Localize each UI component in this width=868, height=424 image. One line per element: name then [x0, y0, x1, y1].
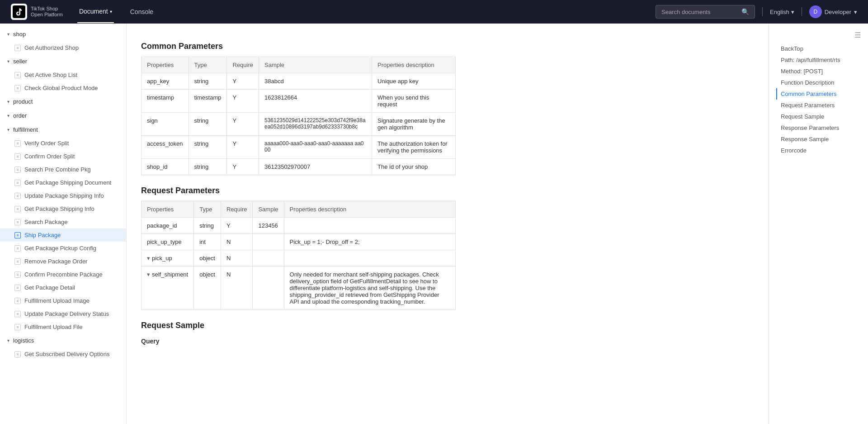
cell-type: string [189, 73, 227, 90]
search-icon: 🔍 [741, 8, 749, 15]
sidebar-group-seller[interactable]: ▾ seller [0, 54, 126, 68]
table-row: ▾self_shipment object N Only needed for … [142, 267, 456, 310]
request-sample-title: Request Sample [141, 321, 456, 330]
content-inner: Common Parameters Properties Type Requir… [127, 24, 470, 356]
sidebar-item-fulfillment-upload-file[interactable]: ≡ Fulfillment Upload File [0, 320, 126, 333]
doc-icon: ≡ [14, 85, 21, 91]
cell-type: int [194, 234, 221, 250]
doc-icon: ≡ [14, 193, 21, 199]
sidebar-item-search-pre-combine-pkg[interactable]: ≡ Search Pre Combine Pkg [0, 163, 126, 176]
sidebar-section-fulfillment: ▾ fulfillment ≡ Verify Order Split ≡ Con… [0, 123, 126, 333]
sidebar-item-get-subscribed-delivery-options[interactable]: ≡ Get Subscribed Delivery Options [0, 348, 126, 361]
sidebar-item-update-package-shipping-info[interactable]: ≡ Update Package Shipping Info [0, 189, 126, 202]
sidebar-item-update-package-delivery-status[interactable]: ≡ Update Package Delivery Status [0, 307, 126, 320]
col-description: Properties description [372, 57, 456, 73]
toc-item-errorcode[interactable]: Errorcode [776, 145, 861, 156]
user-menu[interactable]: D Developer ▾ [809, 5, 857, 18]
doc-icon: ≡ [14, 258, 21, 265]
doc-icon: ≡ [14, 311, 21, 317]
sidebar-section-product: ▾ product [0, 95, 126, 109]
doc-icon: ≡ [14, 351, 21, 357]
cell-type: object [194, 250, 221, 267]
cell-require: Y [221, 218, 253, 234]
col-type: Type [189, 57, 227, 73]
toc-item-method[interactable]: Method: [POST] [776, 66, 861, 77]
sidebar-group-product[interactable]: ▾ product [0, 95, 126, 109]
toc-item-backtop[interactable]: BackTop [776, 43, 861, 54]
search-box[interactable]: 🔍 [656, 5, 755, 19]
sidebar-item-verify-order-split[interactable]: ≡ Verify Order Split [0, 137, 126, 150]
toc-item-function-description[interactable]: Function Description [776, 77, 861, 88]
toc-menu-icon: ☰ [854, 31, 861, 39]
sidebar-item-confirm-precombine-package[interactable]: ≡ Confirm Precombine Package [0, 268, 126, 281]
cell-properties: access_token [142, 136, 189, 159]
doc-icon: ≡ [14, 140, 21, 147]
search-input[interactable] [661, 9, 738, 15]
sidebar-item-get-package-shipping-info[interactable]: ≡ Get Package Shipping Info [0, 202, 126, 215]
nav-console[interactable]: Console [128, 1, 155, 23]
sidebar-item-search-package[interactable]: ≡ Search Package [0, 215, 126, 229]
sidebar-group-order[interactable]: ▾ order [0, 109, 126, 123]
toc-item-response-parameters[interactable]: Response Parameters [776, 122, 861, 133]
cell-description [284, 250, 455, 267]
toc-item-request-parameters[interactable]: Request Parameters [776, 100, 861, 111]
sidebar-item-get-package-pickup-config[interactable]: ≡ Get Package Pickup Config [0, 242, 126, 255]
cell-properties: ▾pick_up [142, 250, 194, 267]
cell-description: Pick_up = 1;- Drop_off = 2; [284, 234, 455, 250]
cell-sample: 123456 [253, 218, 284, 234]
toc: . ☰ BackTop Path: /api/fulfillment/rts M… [769, 24, 868, 424]
chevron-down-icon: ▾ [791, 9, 794, 15]
logo-text: TikTok Shop Open Platform [31, 6, 63, 18]
doc-icon: ≡ [14, 272, 21, 278]
collapse-arrow-icon: ▾ [7, 338, 9, 343]
sidebar-section-shop: ▾ shop ≡ Get Authorized Shop [0, 27, 126, 54]
svg-rect-0 [13, 5, 25, 18]
cell-description: The authorization token for verifying th… [372, 136, 456, 159]
cell-properties: ▾self_shipment [142, 267, 194, 310]
sidebar-item-confirm-order-split[interactable]: ≡ Confirm Order Split [0, 150, 126, 163]
request-params-table: Properties Type Require Sample Propertie… [141, 201, 456, 310]
cell-require: Y [227, 73, 259, 90]
expand-icon[interactable]: ▾ [147, 271, 150, 278]
avatar: D [809, 5, 822, 18]
sidebar-item-get-package-shipping-document[interactable]: ≡ Get Package Shipping Document [0, 176, 126, 189]
collapse-arrow-icon: ▾ [7, 113, 9, 118]
doc-icon: ≡ [14, 153, 21, 160]
chevron-down-icon: ▾ [110, 9, 112, 14]
sidebar-group-logistics[interactable]: ▾ logistics [0, 333, 126, 348]
toc-item-path[interactable]: Path: /api/fulfillment/rts [776, 54, 861, 66]
sidebar-item-remove-package-order[interactable]: ≡ Remove Package Order [0, 255, 126, 268]
sidebar-item-ship-package[interactable]: ≡ Ship Package [0, 229, 126, 242]
expand-icon[interactable]: ▾ [147, 255, 150, 262]
cell-sample: 1623812664 [259, 90, 372, 113]
cell-type: timestamp [189, 90, 227, 113]
cell-description [284, 218, 455, 234]
nav-document[interactable]: Document ▾ [77, 0, 114, 23]
sidebar-section-logistics: ▾ logistics ≡ Get Subscribed Delivery Op… [0, 333, 126, 361]
cell-properties: timestamp [142, 90, 189, 113]
logo-line1: TikTok Shop [31, 6, 63, 12]
sidebar-item-get-package-detail[interactable]: ≡ Get Package Detail [0, 281, 126, 294]
toc-item-response-sample[interactable]: Response Sample [776, 133, 861, 145]
sidebar-item-check-global-product-mode[interactable]: ≡ Check Global Product Mode [0, 81, 126, 95]
sidebar-item-get-active-shop-list[interactable]: ≡ Get Active Shop List [0, 68, 126, 81]
cell-properties: sign [142, 113, 189, 136]
chevron-down-icon: ▾ [854, 9, 857, 15]
cell-properties: pick_up_type [142, 234, 194, 250]
cell-sample: 5361235029d141222525e303d742f9e38aea052d… [259, 113, 372, 136]
cell-sample [253, 250, 284, 267]
toc-item-common-parameters[interactable]: Common Parameters [776, 88, 861, 100]
sidebar-group-fulfillment[interactable]: ▾ fulfillment [0, 123, 126, 137]
language-selector[interactable]: English ▾ [770, 9, 794, 15]
sidebar-section-order: ▾ order [0, 109, 126, 123]
cell-require: Y [227, 136, 259, 159]
cell-description: The id of your shop [372, 159, 456, 175]
logo-icon [11, 4, 27, 20]
col-sample: Sample [259, 57, 372, 73]
toc-item-request-sample[interactable]: Request Sample [776, 111, 861, 122]
sidebar-item-fulfillment-upload-image[interactable]: ≡ Fulfillment Upload Image [0, 294, 126, 307]
doc-icon: ≡ [14, 45, 21, 51]
sidebar-group-shop[interactable]: ▾ shop [0, 27, 126, 41]
col-sample: Sample [253, 201, 284, 218]
sidebar-item-get-authorized-shop[interactable]: ≡ Get Authorized Shop [0, 41, 126, 54]
